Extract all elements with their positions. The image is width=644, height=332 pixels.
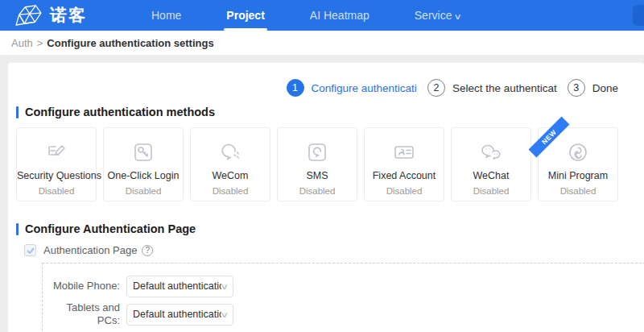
brand-logo[interactable]: 诺客 <box>13 4 118 27</box>
method-card-mini-program[interactable]: NEW Mini Program Disabled <box>538 127 618 201</box>
step-1-number: 1 <box>287 79 304 97</box>
method-card-status: Disabled <box>17 186 96 196</box>
step-2-number: 2 <box>427 79 445 97</box>
tablets-pcs-select[interactable]: Default authenticatio... ∨ <box>126 304 233 326</box>
method-card-name: Mini Program <box>539 170 617 181</box>
method-card-name: SMS <box>278 170 357 181</box>
mobile-phone-label: Mobile Phone: <box>43 280 120 293</box>
breadcrumb: Auth > Configure authentication settings <box>0 31 644 55</box>
main-menu: Home Project AI Heatmap Service∨ <box>129 0 484 31</box>
step-3-label: Done <box>592 82 618 94</box>
methods-section-title: Configure authentication methods <box>25 106 215 118</box>
step-3-number: 3 <box>568 79 585 97</box>
wechat-icon <box>452 139 530 166</box>
top-navbar: 诺客 Home Project AI Heatmap Service∨ <box>0 0 644 31</box>
nav-item-service[interactable]: Service∨ <box>407 0 469 31</box>
authentication-page-checkbox[interactable] <box>24 244 36 256</box>
chevron-down-icon: ∨ <box>454 2 462 32</box>
brand-name: 诺客 <box>50 4 87 27</box>
navbar-edge-button[interactable] <box>633 5 644 26</box>
method-card-name: WeChat <box>452 170 530 181</box>
method-card-status: Disabled <box>278 186 357 196</box>
page-body: 1 Configure authenticati 2 Select the au… <box>0 55 644 332</box>
edit-note-icon <box>17 139 96 166</box>
nav-item-ai-heatmap[interactable]: AI Heatmap <box>303 0 377 31</box>
wizard-stepper: 1 Configure authenticati 2 Select the au… <box>8 63 644 99</box>
content-card: 1 Configure authenticati 2 Select the au… <box>8 63 644 332</box>
id-card-icon <box>365 139 444 166</box>
method-card-fixed-account[interactable]: Fixed Account Disabled <box>364 127 444 201</box>
tablets-pcs-label: Tablets and PCs: <box>43 301 120 328</box>
method-card-status: Disabled <box>539 186 617 196</box>
method-card-one-click-login[interactable]: One-Click Login Disabled <box>103 127 184 201</box>
method-card-status: Disabled <box>452 186 530 196</box>
mobile-phone-row: Mobile Phone: Default authenticatio... ∨ <box>43 274 644 298</box>
step-1-configure[interactable]: 1 Configure authenticati <box>287 79 417 97</box>
method-card-name: One-Click Login <box>104 170 183 181</box>
nav-item-project[interactable]: Project <box>219 0 271 31</box>
breadcrumb-parent[interactable]: Auth <box>11 37 33 49</box>
methods-section-header: Configure authentication methods <box>16 106 644 118</box>
page-title: Configure authentication settings <box>47 37 213 49</box>
mobile-phone-select-value: Default authenticatio... <box>133 280 221 292</box>
method-card-name: WeCom <box>191 170 270 181</box>
breadcrumb-separator: > <box>37 37 43 49</box>
wecom-chat-icon <box>191 139 270 166</box>
auth-page-section-title: Configure Authentication Page <box>25 222 196 235</box>
step-3-done[interactable]: 3 Done <box>568 79 618 97</box>
method-card-name: Fixed Account <box>365 170 444 181</box>
check-icon <box>27 247 35 254</box>
sms-bubble-icon <box>278 139 357 166</box>
nav-item-home[interactable]: Home <box>144 0 188 31</box>
step-1-label: Configure authenticati <box>312 82 417 94</box>
section-accent-bar <box>16 223 19 235</box>
auth-page-section-header: Configure Authentication Page <box>16 222 644 235</box>
method-card-status: Disabled <box>365 186 444 196</box>
tablets-pcs-row: Tablets and PCs: Default authenticatio..… <box>43 301 644 328</box>
method-card-status: Disabled <box>191 186 270 196</box>
step-2-label: Select the authenticat <box>452 82 557 94</box>
section-accent-bar <box>16 106 19 118</box>
help-icon[interactable]: ? <box>142 245 153 256</box>
authentication-page-checkbox-label: Authentication Page <box>43 244 137 256</box>
authentication-page-settings-panel: Mobile Phone: Default authenticatio... ∨… <box>42 263 644 332</box>
method-card-wechat[interactable]: WeChat Disabled <box>451 127 531 201</box>
method-card-sms[interactable]: SMS Disabled <box>277 127 357 201</box>
chevron-down-icon: ∨ <box>220 310 229 319</box>
method-card-security-questions[interactable]: Security Questions Disabled <box>16 127 97 201</box>
authentication-page-checkbox-row: Authentication Page ? <box>24 244 644 256</box>
method-card-wecom[interactable]: WeCom Disabled <box>190 127 270 201</box>
mobile-phone-select[interactable]: Default authenticatio... ∨ <box>126 276 233 297</box>
method-card-name: Security Questions <box>17 170 96 181</box>
auth-method-cards: Security Questions Disabled One-Click Lo… <box>8 127 644 201</box>
tablets-pcs-select-value: Default authenticatio... <box>133 309 221 320</box>
chevron-down-icon: ∨ <box>220 282 229 291</box>
polygon-bird-logo-icon <box>13 4 43 27</box>
method-card-status: Disabled <box>104 186 183 196</box>
step-2-select[interactable]: 2 Select the authenticat <box>427 79 557 97</box>
nav-item-service-label: Service <box>415 9 452 22</box>
key-icon <box>104 139 183 166</box>
